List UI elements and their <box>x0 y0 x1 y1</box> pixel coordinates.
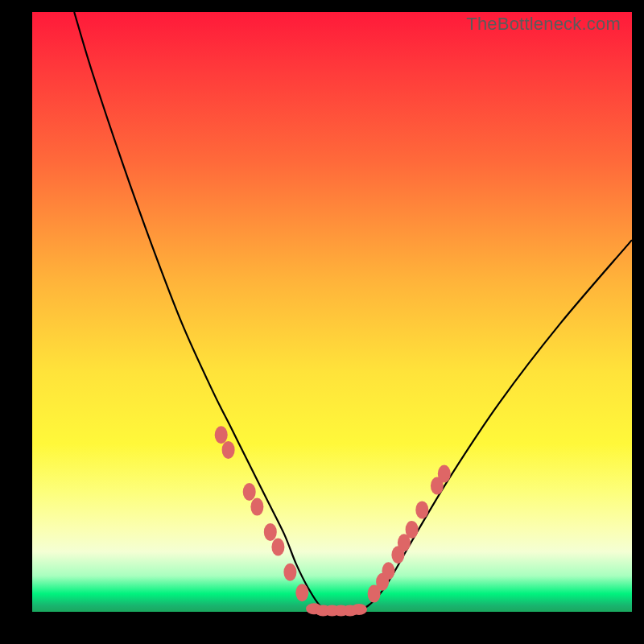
data-marker <box>243 483 256 501</box>
bottleneck-curve-path <box>74 12 632 613</box>
chart-area: TheBottleneck.com <box>32 12 632 612</box>
left-arm-markers <box>215 426 309 601</box>
right-arm-markers <box>368 465 451 603</box>
data-marker <box>271 539 284 556</box>
data-marker <box>382 562 395 580</box>
data-marker <box>215 426 228 444</box>
bottleneck-chart-svg <box>32 12 632 612</box>
data-marker <box>351 604 367 615</box>
data-marker <box>222 441 235 459</box>
data-marker <box>264 523 277 541</box>
data-marker <box>406 521 419 539</box>
data-marker <box>250 498 263 516</box>
data-marker <box>283 564 296 581</box>
data-marker <box>415 501 428 518</box>
flat-markers <box>306 603 367 616</box>
data-marker <box>438 465 451 483</box>
data-marker <box>295 584 308 601</box>
